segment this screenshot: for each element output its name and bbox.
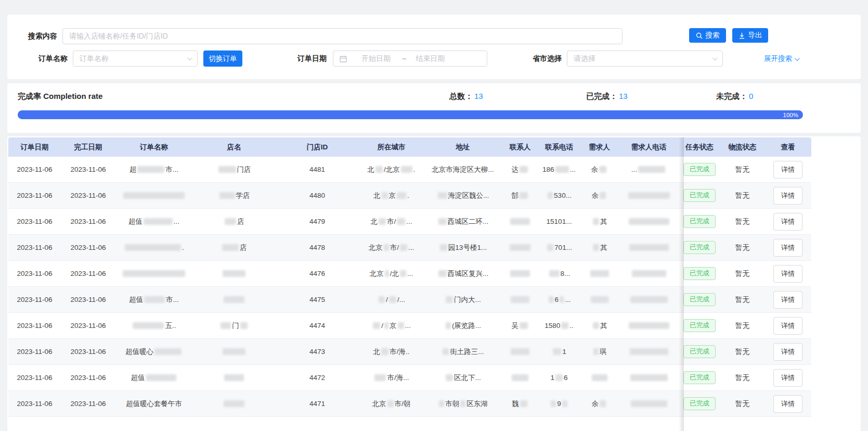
cell-address: 西城区二环... <box>424 209 502 234</box>
order-date-range-picker[interactable]: 开始日期 ~ 结束日期 <box>333 50 487 67</box>
redacted-blur <box>219 192 235 199</box>
order-name-select[interactable]: 订单名称 <box>73 50 198 67</box>
undone-value: 0 <box>749 92 753 100</box>
search-button[interactable]: 搜索 <box>689 28 726 43</box>
cell-requester <box>580 261 619 286</box>
redacted-blur <box>629 244 669 251</box>
cell-order_date: 2023-11-06 <box>8 313 61 338</box>
cell-logistics: 暂无 <box>720 365 765 390</box>
cell-text: 暂无 <box>735 217 749 226</box>
magnifier-icon <box>696 32 703 39</box>
province-city-select[interactable]: 请选择 <box>567 50 723 67</box>
cell-phone: 1580.. <box>538 313 580 338</box>
cell-finish_date: 2023-11-06 <box>61 287 115 312</box>
task-status-badge: 已完成 <box>683 189 716 202</box>
detail-button[interactable]: 详情 <box>773 343 802 361</box>
detail-button[interactable]: 详情 <box>773 369 802 387</box>
cell-view: 详情 <box>765 339 811 364</box>
cell-text: /北京 <box>384 165 400 174</box>
cell-store_name <box>192 365 276 390</box>
cell-requester: 余 <box>580 157 619 182</box>
cell-finish_date: 2023-11-06 <box>61 209 115 234</box>
detail-button[interactable]: 详情 <box>773 317 802 335</box>
column-header-phone: 联系电话 <box>538 137 580 157</box>
cell-text: 北 <box>370 217 378 226</box>
redacted-blur <box>591 296 608 303</box>
switch-order-button[interactable]: 切换订单 <box>203 50 242 67</box>
redacted-blur <box>397 192 406 199</box>
detail-button[interactable]: 详情 <box>773 265 802 283</box>
cell-address: 园13号楼1... <box>424 235 502 260</box>
redacted-blur <box>520 400 527 407</box>
cell-text: 6 <box>564 374 568 382</box>
undone-stat: 未完成：0 <box>716 92 753 102</box>
search-content-label: 搜索内容 <box>7 28 57 44</box>
cell-text: 2023-11-06 <box>17 400 52 408</box>
cell-finish_date: 2023-11-06 <box>61 261 115 286</box>
cell-text: 店 <box>237 217 244 226</box>
detail-button[interactable]: 详情 <box>773 161 802 179</box>
redacted-blur <box>590 270 609 277</box>
cell-store_id: 4474 <box>276 313 359 338</box>
redacted-blur <box>374 374 386 381</box>
detail-button[interactable]: 详情 <box>773 395 802 413</box>
export-button[interactable]: 导出 <box>732 28 768 43</box>
search-panel: 搜索内容 请输入店铺名称/任务ID/门店ID 搜索 导出 订单名称 订单名称 切… <box>7 15 861 79</box>
redacted-blur <box>401 166 412 173</box>
cell-store_name <box>192 339 276 364</box>
redacted-blur <box>225 218 236 225</box>
date-separator: ~ <box>402 55 406 63</box>
cell-view: 详情 <box>765 365 811 390</box>
progress-percent: 100% <box>783 112 798 118</box>
cell-requester_phone <box>619 209 679 234</box>
cell-text: 暂无 <box>735 243 749 252</box>
cell-text: 2023-11-06 <box>70 270 106 277</box>
cell-order_name: 超值暖心 <box>115 339 192 364</box>
redacted-blur <box>511 348 529 355</box>
cell-order_date: 2023-11-06 <box>8 209 61 234</box>
cell-text: 9 <box>557 400 561 408</box>
redacted-blur <box>240 322 248 329</box>
redacted-blur <box>381 348 388 355</box>
completion-rate-title: 完成率 Completion rate <box>18 92 102 102</box>
detail-button[interactable]: 详情 <box>773 213 802 231</box>
cell-text: 2023-11-06 <box>17 218 52 225</box>
redacted-blur <box>561 322 568 329</box>
detail-button[interactable]: 详情 <box>773 187 802 205</box>
search-input[interactable]: 请输入店铺名称/任务ID/门店ID <box>62 28 623 44</box>
redacted-blur <box>520 322 528 329</box>
table-body: 2023-11-062023-11-06超市...门店4481北/北京.北京市海… <box>8 157 860 417</box>
redacted-blur <box>629 322 669 329</box>
cell-text: 2023-11-06 <box>17 192 52 199</box>
cell-store_name: 门 <box>192 313 276 338</box>
order-name-placeholder: 订单名称 <box>80 54 109 64</box>
cell-text: 4471 <box>309 400 325 408</box>
progress-fill: 100% <box>18 110 803 119</box>
cell-text: 暂无 <box>735 321 749 331</box>
cell-address: (展览路... <box>424 313 502 338</box>
cell-requester: 其 <box>580 313 619 338</box>
cell-text: 2023-11-06 <box>17 166 52 173</box>
table-row: 2023-11-062023-11-06超值暖心4473北市/海..街土路三..… <box>8 339 811 365</box>
cell-text: 超值暖心 <box>125 347 153 357</box>
cell-text: . <box>182 244 184 251</box>
cell-store_id: 4472 <box>276 365 359 390</box>
redacted-blur <box>446 374 453 381</box>
cell-city: 北京/北... <box>359 261 424 286</box>
order-date-label: 订单日期 <box>277 50 327 66</box>
cell-text: 其 <box>600 243 607 252</box>
cell-text: . <box>407 192 409 199</box>
cell-text: 1 <box>550 374 554 382</box>
cell-store_name: 店 <box>192 235 276 260</box>
cell-store_id: 4473 <box>276 339 359 364</box>
detail-button[interactable]: 详情 <box>773 291 802 309</box>
cell-task_status: 已完成 <box>679 391 720 416</box>
expand-search-link[interactable]: 展开搜索 <box>764 54 798 64</box>
cell-view: 详情 <box>765 157 811 182</box>
redacted-blur <box>387 400 394 407</box>
cell-text: 店 <box>240 243 247 252</box>
redacted-blur <box>221 322 231 329</box>
column-header-city: 所在城市 <box>359 137 424 157</box>
cell-logistics: 暂无 <box>720 209 765 234</box>
detail-button[interactable]: 详情 <box>773 239 802 257</box>
